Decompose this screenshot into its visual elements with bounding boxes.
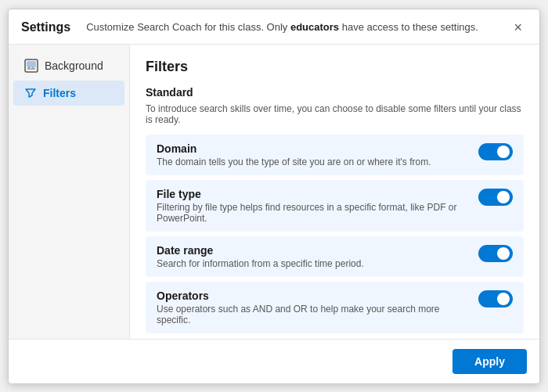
dialog-footer: Apply xyxy=(9,339,539,383)
domain-toggle[interactable] xyxy=(478,142,513,161)
filter-daterange-name: Date range xyxy=(157,244,469,257)
daterange-toggle[interactable] xyxy=(478,244,513,263)
apply-button[interactable]: Apply xyxy=(452,349,527,374)
domain-toggle-track xyxy=(478,143,513,160)
filter-operators-name: Operators xyxy=(157,290,469,302)
standard-heading: Standard xyxy=(146,86,524,99)
filter-operators-desc: Use operators such as AND and OR to help… xyxy=(157,304,469,325)
dialog-subtitle: Customize Search Coach for this class. O… xyxy=(86,21,509,33)
subtitle-text: Customize Search Coach for this class. O… xyxy=(86,21,290,33)
filetype-toggle[interactable] xyxy=(478,188,513,207)
dialog-title: Settings xyxy=(21,20,70,34)
subtitle-end: have access to these settings. xyxy=(339,21,478,33)
operators-toggle[interactable] xyxy=(478,290,513,308)
filter-domain-desc: The domain tells you the type of site yo… xyxy=(157,156,469,167)
background-icon xyxy=(24,59,38,73)
filter-card-filetype: File type Filtering by file type helps f… xyxy=(146,180,524,232)
domain-toggle-thumb xyxy=(497,146,510,158)
close-button[interactable]: × xyxy=(509,19,527,36)
sidebar-item-filters[interactable]: Filters xyxy=(13,81,124,106)
daterange-toggle-thumb xyxy=(497,247,510,260)
filter-filetype-desc: Filtering by file type helps find resour… xyxy=(157,202,469,224)
dialog-header: Settings Customize Search Coach for this… xyxy=(9,9,539,45)
main-content: Filters Standard To introduce search ski… xyxy=(130,45,539,339)
subtitle-bold: educators xyxy=(290,21,339,33)
standard-description: To introduce search skills over time, yo… xyxy=(146,103,524,125)
sidebar-item-background[interactable]: Background xyxy=(13,52,124,79)
filter-filetype-info: File type Filtering by file type helps f… xyxy=(157,188,469,224)
filter-operators-info: Operators Use operators such as AND and … xyxy=(157,290,469,325)
filter-card-domain: Domain The domain tells you the type of … xyxy=(146,135,524,175)
filter-domain-name: Domain xyxy=(157,142,469,155)
filter-card-daterange: Date range Search for information from a… xyxy=(146,236,524,277)
filetype-toggle-track xyxy=(478,189,513,206)
operators-toggle-thumb xyxy=(497,293,510,305)
operators-toggle-track xyxy=(478,290,513,307)
page-title: Filters xyxy=(146,59,524,75)
sidebar-background-label: Background xyxy=(45,59,103,72)
filter-domain-info: Domain The domain tells you the type of … xyxy=(157,142,469,167)
dialog-body: Background Filters Filters Standard To i… xyxy=(9,45,539,339)
filetype-toggle-thumb xyxy=(497,191,510,203)
filter-daterange-info: Date range Search for information from a… xyxy=(157,244,469,269)
filters-icon xyxy=(24,87,37,99)
daterange-toggle-track xyxy=(478,245,513,262)
sidebar: Background Filters xyxy=(9,45,130,339)
svg-rect-1 xyxy=(27,61,36,67)
filter-filetype-name: File type xyxy=(157,188,469,200)
filter-card-operators: Operators Use operators such as AND and … xyxy=(146,282,524,333)
sidebar-filters-label: Filters xyxy=(43,87,76,99)
settings-dialog: Settings Customize Search Coach for this… xyxy=(8,9,540,384)
filter-daterange-desc: Search for information from a specific t… xyxy=(157,258,469,269)
